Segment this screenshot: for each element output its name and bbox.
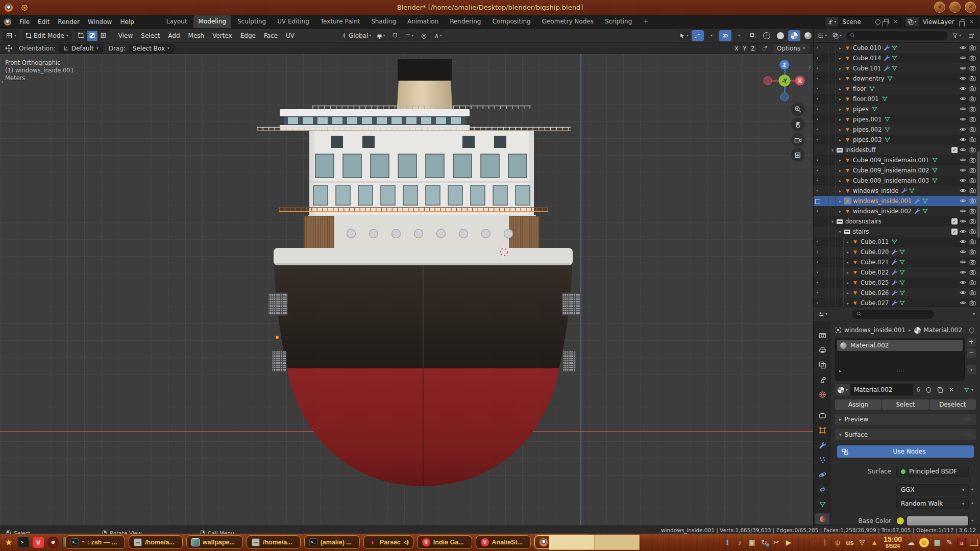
unlink-material-button[interactable]: ✕	[946, 384, 957, 395]
viewport-menu-vertex[interactable]: Vertex	[208, 29, 236, 42]
outliner-row-Cube.025[interactable]: • ▸ ▼ Cube.025 ✓	[814, 278, 980, 288]
outliner-row-pipes.002[interactable]: • ▸ ▼ pipes.002 ✓	[814, 124, 980, 135]
outliner-row-pipes.001[interactable]: • ▸ ▼ pipes.001 ✓	[814, 114, 980, 124]
outliner-row-Cube.020[interactable]: • ▸ ▼ Cube.020 ✓	[814, 247, 980, 257]
base-color-socket-dot[interactable]	[896, 517, 904, 525]
distribution-dropdown[interactable]: GGX ▾	[896, 484, 969, 495]
hide-eye-icon[interactable]	[960, 116, 967, 123]
xray-toggle[interactable]	[747, 30, 759, 41]
outliner-row-Cube.027[interactable]: • ▸ ▼ Cube.027 ✓	[814, 298, 980, 307]
properties-search-input[interactable]	[852, 310, 934, 319]
breadcrumb-object[interactable]: windows_inside.001	[844, 327, 905, 334]
gizmo-minus-y-axis[interactable]: -Y	[779, 75, 791, 87]
shading-material-button[interactable]	[788, 30, 800, 41]
outliner-item-label[interactable]: Cube.020	[859, 248, 891, 256]
collection-checkbox[interactable]: ✓	[951, 229, 958, 235]
base-color-swatch[interactable]	[906, 516, 969, 525]
outliner-row-Cube.101[interactable]: • ▸ ▼ Cube.101 ✓	[814, 63, 980, 73]
menu-edit[interactable]: Edit	[34, 15, 54, 29]
render-camera-icon[interactable]	[969, 44, 977, 52]
face-select-button[interactable]	[98, 30, 109, 41]
tab-uv-editing[interactable]: UV Editing	[272, 15, 314, 28]
hide-eye-icon[interactable]	[960, 197, 967, 205]
render-camera-icon[interactable]	[969, 95, 977, 103]
hide-eye-icon[interactable]	[960, 65, 967, 72]
notifications-icon[interactable]: ▲	[870, 538, 878, 546]
properties-tab-viewlayer[interactable]	[815, 359, 829, 370]
shading-solid-button[interactable]	[774, 30, 787, 41]
slot-specials-dropdown[interactable]: ▾	[967, 365, 976, 374]
outliner-item-label[interactable]: Cube.021	[859, 259, 891, 266]
render-camera-icon[interactable]	[969, 157, 977, 164]
assign-button[interactable]: Assign	[835, 399, 881, 410]
outliner-item-label[interactable]: doorsnstairs	[844, 218, 884, 225]
tab-animation[interactable]: Animation	[402, 15, 444, 28]
desktop-1[interactable]	[549, 535, 594, 549]
menu-help[interactable]: Help	[116, 15, 138, 29]
outliner-row-Cube.009_insidemain.001[interactable]: • ▸ ▼ Cube.009_insidemain.001 ✓	[814, 155, 980, 165]
deselect-button[interactable]: Deselect	[929, 399, 976, 410]
gizmo-minus-z-axis[interactable]	[780, 93, 789, 102]
pin-icon[interactable]	[874, 18, 881, 25]
outliner-item-label[interactable]: downentry	[851, 75, 887, 82]
viewport-menu-mesh[interactable]: Mesh	[184, 29, 209, 42]
expand-arrow-icon[interactable]: ▸	[837, 138, 844, 142]
fake-user-shield-button[interactable]	[923, 384, 935, 395]
3d-viewport[interactable]: Front Orthographic (1) windows_inside.00…	[0, 54, 813, 525]
render-camera-icon[interactable]	[969, 208, 977, 215]
expand-arrow-icon[interactable]: ▸	[837, 97, 844, 102]
new-material-copy-button[interactable]	[935, 384, 946, 395]
snap-target-button[interactable]	[758, 44, 771, 53]
toolbar-expand-arrow[interactable]: ›	[1, 78, 4, 85]
outliner-item-label[interactable]: pipes	[851, 106, 871, 113]
taskbar-window--home-a-[interactable]: /home/a...	[247, 535, 301, 549]
collection-checkbox[interactable]: ✓	[951, 147, 958, 153]
tab-shading[interactable]: Shading	[366, 15, 401, 28]
outliner-item-label[interactable]: floor	[851, 85, 869, 92]
info-icon[interactable]: ℹ	[723, 538, 731, 546]
hide-eye-icon[interactable]	[960, 299, 967, 307]
tab-rendering[interactable]: Rendering	[445, 15, 486, 28]
expand-arrow-icon[interactable]: ▾	[829, 148, 836, 153]
outliner-row-stairs[interactable]: • ▾ ▼ stairs ✓	[814, 227, 980, 237]
bluetooth-icon[interactable]: ᛒ	[821, 538, 829, 546]
snapping-dropdown[interactable]: ≡▾	[403, 30, 415, 41]
outliner-row-floor[interactable]: • ▸ ▼ floor ✓	[814, 84, 980, 94]
tab-modeling[interactable]: Modeling	[193, 15, 232, 28]
outliner-row-pipes.003[interactable]: • ▸ ▼ pipes.003 ✓	[814, 135, 980, 145]
taskbar-window-wallpape-[interactable]: wallpape...	[186, 535, 243, 549]
render-camera-icon[interactable]	[969, 187, 977, 194]
properties-tab-collection[interactable]	[815, 410, 829, 421]
browse-material-button[interactable]: ▾	[835, 384, 850, 395]
clock[interactable]: 15:00 6/5/24	[884, 536, 902, 549]
users-count-button[interactable]: 6	[913, 384, 923, 395]
properties-tab-output[interactable]	[815, 344, 829, 356]
breadcrumb-material[interactable]: Material.002	[924, 327, 962, 334]
keyboard-layout-icon[interactable]: us	[846, 539, 854, 546]
outliner-item-label[interactable]: Cube.014	[851, 55, 884, 62]
use-nodes-button[interactable]: Use Nodes	[837, 445, 974, 458]
outliner-item-label[interactable]: pipes.002	[851, 126, 884, 133]
expand-arrow-icon[interactable]: ▸	[837, 189, 844, 193]
viewport-menu-face[interactable]: Face	[260, 29, 282, 42]
outliner-row-floor.001[interactable]: • ▸ ▼ floor.001 ✓	[814, 94, 980, 104]
close-button[interactable]: ✕	[965, 2, 976, 13]
hide-eye-icon[interactable]	[960, 177, 967, 184]
hide-eye-icon[interactable]	[960, 146, 967, 154]
terminal-icon[interactable]: >_	[18, 537, 29, 548]
vivaldi-icon[interactable]: V	[33, 537, 44, 548]
dictionary-icon[interactable]: a	[958, 538, 966, 547]
desktop-2[interactable]	[594, 535, 640, 549]
taskbar-window--home-a-[interactable]: /home/a...	[129, 535, 183, 549]
taskbar-window-analiest-[interactable]: VAnalieSt...	[476, 535, 531, 549]
sidebar-expand-arrow[interactable]: ‹	[808, 63, 811, 71]
hide-eye-icon[interactable]	[960, 126, 967, 133]
orthographic-toggle-button[interactable]: ⊞	[791, 148, 805, 162]
expand-arrow-icon[interactable]: ▸	[837, 209, 844, 214]
properties-tab-particles[interactable]	[815, 454, 829, 465]
overlays-dropdown[interactable]: ▾	[733, 30, 745, 41]
outliner-row-Cube.009_insidemain.002[interactable]: • ▸ ▼ Cube.009_insidemain.002 ✓	[814, 165, 980, 176]
mirror-y-button[interactable]: Y	[741, 44, 748, 53]
tab-sculpting[interactable]: Sculpting	[232, 15, 271, 28]
taskbar-window-indie-ga-[interactable]: VIndie Ga...	[417, 535, 472, 549]
